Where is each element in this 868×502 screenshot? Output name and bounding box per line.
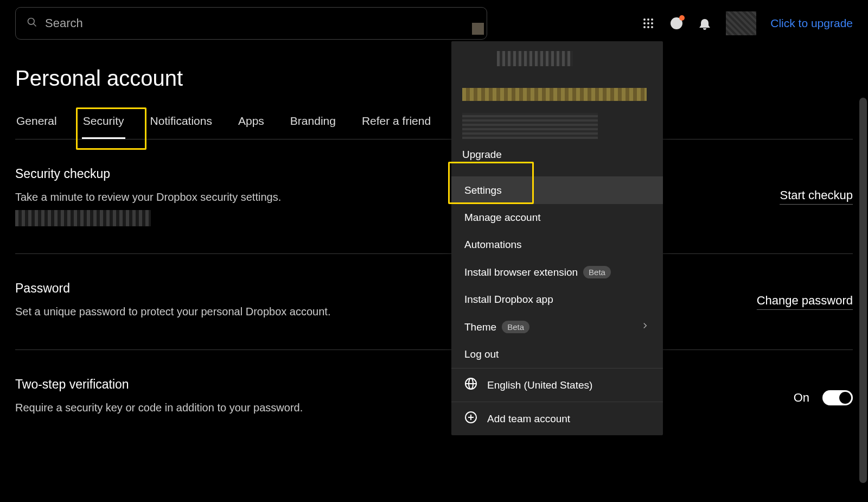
svg-point-2 [643,18,646,21]
avatar[interactable] [726,11,756,35]
redacted-email [462,88,647,101]
svg-point-8 [643,26,646,28]
tab-branding[interactable]: Branding [289,107,337,139]
beta-badge: Beta [583,266,611,278]
redacted-text [15,210,151,226]
svg-point-9 [647,26,649,28]
menu-item-install-extension[interactable]: Install browser extensionBeta [451,258,663,286]
chevron-right-icon [640,321,650,333]
account-dropdown: Upgrade Settings Manage account Automati… [451,41,663,435]
globe-icon [464,377,477,393]
menu-item-manage-account[interactable]: Manage account [451,204,663,231]
apps-grid-icon[interactable] [641,16,655,30]
menu-item-logout[interactable]: Log out [451,341,663,368]
tab-notifications[interactable]: Notifications [149,107,213,139]
redacted-name [497,51,573,66]
search-input[interactable] [45,16,476,30]
svg-point-5 [643,22,646,24]
svg-point-4 [651,18,653,21]
change-password-button[interactable]: Change password [757,294,853,310]
redacted-avatar [472,23,484,35]
notification-dot-icon [679,15,685,21]
svg-point-3 [647,18,649,21]
svg-point-7 [651,22,653,24]
bell-icon[interactable] [698,16,712,30]
menu-item-theme[interactable]: ThemeBeta [451,313,663,341]
svg-point-6 [647,22,649,24]
section-title: Security checkup [15,167,780,181]
two-step-toggle[interactable] [822,390,853,405]
dropdown-upgrade-link[interactable]: Upgrade [462,149,502,162]
svg-line-1 [34,24,36,27]
tab-apps[interactable]: Apps [237,107,265,139]
start-checkup-button[interactable]: Start checkup [780,188,853,205]
svg-point-10 [651,26,653,28]
search-box[interactable] [15,7,487,40]
help-icon[interactable] [669,16,684,30]
page-title: Personal account [0,47,868,107]
upgrade-link[interactable]: Click to upgrade [770,17,853,30]
beta-badge: Beta [502,321,529,333]
search-icon [27,17,37,30]
tab-security[interactable]: Security [82,107,125,139]
menu-item-add-team[interactable]: Add team account [451,402,663,435]
section-title: Two-step verification [15,377,794,392]
section-desc: Require a security key or code in additi… [15,402,794,414]
section-security-checkup: Security checkup Take a minute to review… [15,139,853,254]
svg-point-12 [676,26,677,27]
toggle-knob-icon [839,392,851,404]
scrollbar[interactable] [859,98,867,483]
toggle-state-label: On [794,391,809,405]
menu-item-automations[interactable]: Automations [451,231,663,258]
menu-item-settings[interactable]: Settings [451,177,663,204]
tab-refer-friend[interactable]: Refer a friend [361,107,432,139]
plus-circle-icon [464,411,477,427]
tab-general[interactable]: General [15,107,58,139]
redacted-plan [462,113,598,139]
section-two-step: Two-step verification Require a security… [15,350,853,446]
menu-item-language[interactable]: English (United States) [451,368,663,402]
menu-item-install-app[interactable]: Install Dropbox app [451,286,663,313]
svg-point-0 [28,18,35,25]
section-password: Password Set a unique password to protec… [15,254,853,350]
section-desc: Take a minute to review your Dropbox sec… [15,191,780,204]
tabs: General Security Notifications Apps Bran… [15,107,853,139]
